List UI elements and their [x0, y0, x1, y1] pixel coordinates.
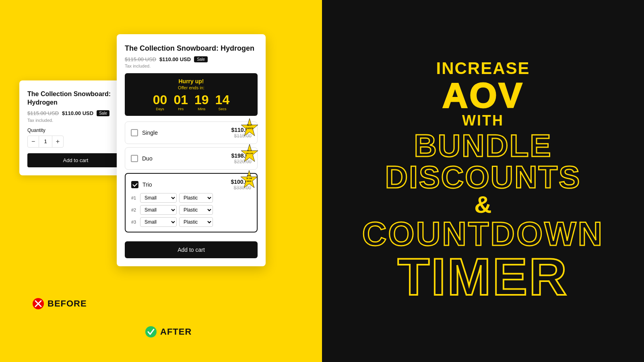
variant-material-2[interactable]: Plastic Metal Wood: [179, 205, 213, 215]
svg-text:CHOICE: CHOICE: [246, 128, 254, 130]
variant-size-2[interactable]: Small Medium Large: [140, 205, 177, 215]
variant-size-1[interactable]: Small Medium Large: [140, 193, 177, 203]
headline-aov: AOV: [436, 78, 530, 113]
secs-value: 14: [215, 93, 230, 106]
variant-num-1: #1: [131, 195, 138, 200]
after-label-text: AFTER: [160, 327, 192, 337]
bundle-name-duo: Duo: [142, 155, 227, 162]
countdown-days: 00 Days: [153, 93, 167, 111]
x-icon: [32, 298, 44, 310]
variant-size-3[interactable]: Small Medium Large: [140, 217, 177, 227]
check-icon: [145, 326, 157, 338]
countdown-numbers: 00 Days 01 Hrs 19 Mins 14 Secs: [131, 93, 251, 111]
bundle-checkbox-duo[interactable]: [131, 155, 138, 162]
mins-value: 19: [194, 93, 209, 106]
bundle-checkbox-single[interactable]: [131, 129, 138, 136]
right-section: INCREASE AOV WITH BUNDLE DISCOUNTS & COU…: [322, 0, 644, 362]
headline-discounts: DISCOUNTS: [385, 161, 581, 193]
before-product-title: The Collection Snowboard: Hydrogen: [27, 90, 124, 107]
bundle-option-trio[interactable]: Trio $100.00 $330.00 DEAL OF THE WEEK #1: [125, 173, 258, 232]
svg-point-13: [145, 326, 157, 337]
after-sale-price: $110.00 USD: [159, 56, 191, 62]
mins-label: Mins: [194, 107, 209, 111]
variant-row-3: #3 Small Medium Large Plastic Metal Wood: [131, 217, 251, 227]
after-tax-text: Tax included.: [125, 64, 258, 68]
before-sale-price: $110.00 USD: [62, 110, 93, 116]
before-qty-plus[interactable]: +: [52, 136, 63, 147]
before-qty-minus[interactable]: −: [28, 136, 39, 147]
variant-material-3[interactable]: Plastic Metal Wood: [179, 217, 213, 227]
variant-material-1[interactable]: Plastic Metal Wood: [179, 193, 213, 203]
before-tax-text: Tax included.: [27, 118, 124, 123]
variant-num-2: #2: [131, 208, 138, 212]
after-sale-badge: Sale: [194, 56, 208, 62]
before-original-price: $115.00 USD: [27, 110, 59, 116]
variant-num-3: #3: [131, 220, 138, 224]
before-qty-label: Quantity: [27, 128, 124, 133]
after-card: The Collection Snowboard: Hydrogen $115.…: [117, 34, 266, 266]
days-label: Days: [153, 107, 167, 111]
svg-text:OF THE: OF THE: [246, 177, 252, 179]
before-card: The Collection Snowboard: Hydrogen $115.…: [19, 80, 132, 175]
svg-text:SELLER: SELLER: [246, 153, 253, 155]
secs-label: Secs: [215, 107, 230, 111]
deal-of-week-badge: DEAL OF THE WEEK: [239, 170, 259, 189]
best-choice-badge: BEST CHOICE: [240, 118, 259, 137]
before-qty-control: − 1 +: [27, 136, 64, 148]
bundle-option-duo[interactable]: Duo $198.00 $220.00 BEST SELLER: [125, 147, 258, 170]
left-section: The Collection Snowboard: Hydrogen $115.…: [0, 0, 322, 362]
countdown-secs: 14 Secs: [215, 93, 230, 111]
before-add-to-cart[interactable]: Add to cart: [27, 153, 124, 167]
before-label-text: BEFORE: [47, 298, 87, 309]
ampersand: &: [474, 193, 491, 217]
countdown-banner: Hurry up! Offer ends in: 00 Days 01 Hrs …: [125, 73, 258, 116]
after-product-title: The Collection Snowboard: Hydrogen: [125, 44, 258, 53]
bundle-checkbox-trio[interactable]: [131, 181, 138, 188]
days-value: 00: [153, 93, 167, 106]
countdown-mins: 19 Mins: [194, 93, 209, 111]
before-qty-value: 1: [39, 136, 52, 147]
hrs-label: Hrs: [173, 107, 188, 111]
bundle-name-single: Single: [142, 130, 227, 136]
headline-bundle: BUNDLE: [385, 130, 581, 161]
best-seller-badge: BEST SELLER: [240, 144, 259, 163]
before-label-container: BEFORE: [32, 298, 87, 310]
headline-timer: TIMER: [398, 251, 568, 303]
hrs-value: 01: [173, 93, 188, 106]
bundle-name-trio: Trio: [142, 181, 227, 188]
variant-row-2: #2 Small Medium Large Plastic Metal Wood: [131, 205, 251, 215]
offer-text: Offer ends in:: [131, 85, 251, 90]
after-add-to-cart[interactable]: Add to cart: [125, 241, 258, 258]
svg-text:WEEK: WEEK: [247, 180, 252, 182]
variant-row-1: #1 Small Medium Large Plastic Metal Wood: [131, 193, 251, 203]
bundle-row: BUNDLE DISCOUNTS: [385, 130, 581, 193]
increase-row: INCREASE AOV WITH: [436, 59, 530, 128]
before-sale-badge: Sale: [97, 110, 109, 116]
headline-countdown: COUNTDOWN: [362, 217, 604, 251]
countdown-hrs: 01 Hrs: [173, 93, 188, 111]
bundle-option-single[interactable]: Single $110.00 $115.00 BEST CHOICE: [125, 121, 258, 144]
headline-with: WITH: [436, 113, 530, 128]
after-original-price: $115.00 USD: [125, 56, 156, 62]
svg-text:DEAL: DEAL: [247, 175, 252, 177]
hurry-text: Hurry up!: [131, 78, 251, 84]
svg-text:BEST: BEST: [247, 150, 252, 152]
svg-text:BEST: BEST: [247, 124, 252, 126]
after-label-container: AFTER: [145, 326, 192, 338]
